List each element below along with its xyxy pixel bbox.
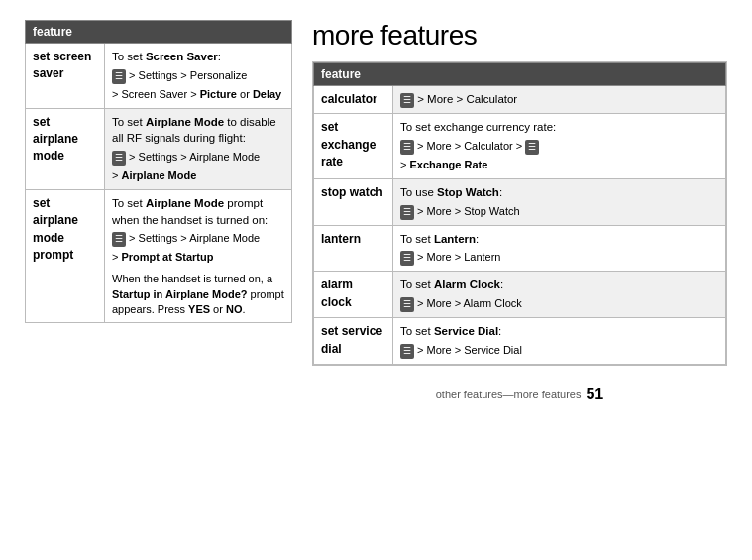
path-line: ☰ > Settings > Airplane Mode [112, 150, 284, 166]
path-line: ☰ > More > Service Dial [400, 343, 718, 359]
feature-name-cell: set exchange rate [314, 114, 393, 179]
menu-key-icon: ☰ [400, 297, 414, 312]
feature-desc-cell: To set Service Dial: ☰ > More > Service … [393, 318, 726, 365]
feature-desc-cell: To set exchange currency rate: ☰ > More … [393, 114, 726, 179]
footer-text: other features—more features [436, 389, 582, 400]
left-table-header: feature [26, 21, 292, 44]
path-line-2: > Airplane Mode [112, 168, 284, 184]
menu-key-icon: ☰ [400, 344, 414, 359]
table-row: set airplane mode To set Airplane Mode t… [26, 108, 292, 189]
path-text: > Settings > Personalize [129, 69, 247, 81]
path-line: ☰ > More > Lantern [400, 250, 718, 266]
path-line: ☰ > More > Stop Watch [400, 204, 718, 220]
path-text: > More > Calculator > [417, 140, 525, 152]
left-feature-table: feature set screen saver To set Screen S… [25, 20, 292, 323]
menu-key-icon: ☰ [400, 93, 414, 108]
feature-desc-cell: To use Stop Watch: ☰ > More > Stop Watch [393, 179, 726, 226]
page-layout: feature set screen saver To set Screen S… [10, 10, 742, 413]
path-line: ☰ > More > Alarm Clock [400, 296, 718, 312]
right-column: more features feature calculator ☰ > Mor… [312, 20, 727, 403]
feature-desc-cell: To set Airplane Mode to disable all RF s… [105, 108, 292, 189]
page-title: more features [312, 20, 727, 52]
menu-key-icon: ☰ [400, 251, 414, 266]
menu-key-icon: ☰ [112, 151, 126, 166]
menu-key-icon-2: ☰ [525, 140, 539, 155]
desc-text: To set Screen Saver: [112, 51, 221, 62]
feature-name-cell: stop watch [314, 179, 393, 226]
bold-label: Screen Saver [146, 51, 218, 62]
path-text-2: > Exchange Rate [400, 159, 487, 170]
feature-name-cell: lantern [314, 225, 393, 272]
path-line-2: > Prompt at Startup [112, 250, 284, 266]
feature-name-cell: set service dial [314, 318, 393, 365]
feature-name-cell: set airplane mode prompt [26, 189, 105, 323]
path-text: > More > Calculator [417, 93, 517, 105]
right-table-header: feature [314, 63, 726, 86]
path-text: > More > Service Dial [417, 344, 522, 356]
path-text: > More > Lantern [417, 251, 500, 263]
menu-key-icon: ☰ [112, 232, 126, 247]
table-row: calculator ☰ > More > Calculator [314, 86, 726, 114]
table-row: set exchange rate To set exchange curren… [314, 114, 726, 179]
path-text-2: > Screen Saver > Picture or Delay [112, 88, 281, 100]
desc-text: To use Stop Watch: [400, 186, 502, 198]
feature-name-cell: alarm clock [314, 272, 393, 318]
table-row: set screen saver To set Screen Saver: ☰ … [26, 44, 292, 109]
table-row: stop watch To use Stop Watch: ☰ > More >… [314, 179, 726, 226]
feature-desc-cell: To set Lantern: ☰ > More > Lantern [393, 225, 726, 272]
path-line-2: > Screen Saver > Picture or Delay [112, 87, 284, 103]
path-text-2: > Prompt at Startup [112, 251, 213, 263]
path-text: > Settings > Airplane Mode [129, 151, 260, 163]
desc-text: To set Alarm Clock: [400, 279, 503, 290]
menu-key-icon: ☰ [400, 205, 414, 220]
path-text: > More > Alarm Clock [417, 297, 522, 309]
footer-inner: other features—more features 51 [312, 386, 727, 403]
feature-name-cell: set airplane mode [26, 108, 105, 189]
path-text: > Settings > Airplane Mode [129, 232, 260, 244]
page-footer: other features—more features 51 [312, 386, 727, 403]
right-table-wrapper: feature calculator ☰ > More > Calculator [312, 61, 727, 366]
table-row: set airplane mode prompt To set Airplane… [26, 189, 292, 323]
note-text: When the handset is turned on, a Startup… [112, 272, 284, 317]
path-line: ☰ > Settings > Airplane Mode [112, 231, 284, 247]
table-row: lantern To set Lantern: ☰ > More > Lante… [314, 225, 726, 272]
feature-name-cell: set screen saver [26, 44, 105, 109]
table-row: alarm clock To set Alarm Clock: ☰ > More… [314, 272, 726, 318]
desc-text: To set exchange currency rate: [400, 121, 556, 133]
menu-key-icon: ☰ [400, 140, 414, 155]
right-feature-table: feature calculator ☰ > More > Calculator [313, 62, 726, 365]
feature-desc-cell: ☰ > More > Calculator [393, 86, 726, 114]
path-text-2: > Airplane Mode [112, 169, 196, 181]
desc-text: To set Airplane Mode prompt when the han… [112, 197, 268, 226]
path-text: > More > Stop Watch [417, 205, 520, 217]
feature-desc-cell: To set Screen Saver: ☰ > Settings > Pers… [105, 44, 292, 109]
feature-desc-cell: To set Airplane Mode prompt when the han… [105, 189, 292, 323]
feature-name-cell: calculator [314, 86, 393, 114]
path-line: ☰ > Settings > Personalize [112, 68, 284, 84]
desc-text: To set Service Dial: [400, 325, 501, 337]
path-line-2: > Exchange Rate [400, 158, 718, 173]
desc-text: To set Lantern: [400, 233, 479, 245]
path-line: ☰ > More > Calculator > ☰ [400, 139, 718, 155]
desc-text: To set Airplane Mode to disable all RF s… [112, 116, 276, 145]
table-row: set service dial To set Service Dial: ☰ … [314, 318, 726, 365]
page-number: 51 [586, 386, 603, 403]
menu-key-icon: ☰ [112, 69, 126, 84]
left-column: feature set screen saver To set Screen S… [25, 20, 292, 403]
feature-desc-cell: To set Alarm Clock: ☰ > More > Alarm Clo… [393, 272, 726, 318]
